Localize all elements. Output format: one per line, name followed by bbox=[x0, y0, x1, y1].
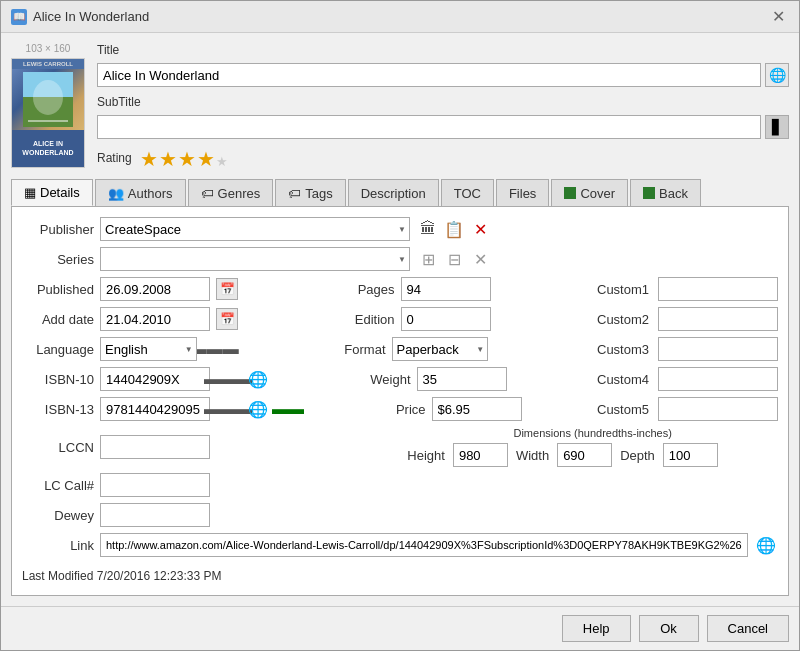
language-select[interactable]: English bbox=[100, 337, 197, 361]
ok-button[interactable]: Ok bbox=[639, 615, 699, 642]
book-cover: LEWIS CARROLL ALICE IN WONDERLAND bbox=[11, 58, 85, 168]
genres-icon: 🏷 bbox=[201, 186, 214, 201]
link-globe-button[interactable]: 🌐 bbox=[754, 533, 778, 557]
dewey-input[interactable] bbox=[100, 503, 210, 527]
depth-input[interactable] bbox=[663, 443, 718, 467]
tab-tags[interactable]: 🏷 Tags bbox=[275, 179, 345, 206]
language-row: Language English ▬▬▬ Format Paperback bbox=[22, 337, 778, 361]
language-label: Language bbox=[22, 342, 94, 357]
series-label: Series bbox=[22, 252, 94, 267]
dewey-label: Dewey bbox=[22, 508, 94, 523]
header-fields: Title 🌐 SubTitle ▋ Rating ★★★★★ bbox=[97, 43, 789, 171]
published-label: Published bbox=[22, 282, 94, 297]
adddate-input[interactable] bbox=[100, 307, 210, 331]
isbn10-barcode-button[interactable]: ▬▬▬ bbox=[216, 367, 240, 391]
custom5-label: Custom5 bbox=[597, 402, 652, 417]
pages-input[interactable] bbox=[401, 277, 491, 301]
format-select[interactable]: Paperback bbox=[392, 337, 489, 361]
tab-genres-label: Genres bbox=[218, 186, 261, 201]
rating-label: Rating bbox=[97, 151, 132, 165]
custom1-input[interactable] bbox=[658, 277, 778, 301]
published-input[interactable] bbox=[100, 277, 210, 301]
isbn13-green-button[interactable]: ▬▬ bbox=[276, 397, 300, 421]
last-modified: Last Modified 7/20/2016 12:23:33 PM bbox=[22, 569, 778, 583]
pages-label: Pages bbox=[345, 282, 395, 297]
language-barcode-button[interactable]: ▬▬▬ bbox=[203, 337, 227, 361]
title-input[interactable] bbox=[97, 63, 761, 87]
custom1-label: Custom1 bbox=[597, 282, 652, 297]
height-label: Height bbox=[407, 448, 445, 463]
details-form: Publisher CreateSpace 🏛 📋 ✕ Series bbox=[22, 217, 778, 583]
tab-authors-label: Authors bbox=[128, 186, 173, 201]
cover-title: ALICE IN WONDERLAND bbox=[14, 140, 82, 157]
adddate-calendar-button[interactable]: 📅 bbox=[216, 308, 238, 330]
publisher-delete-button[interactable]: ✕ bbox=[468, 217, 492, 241]
price-input[interactable] bbox=[432, 397, 522, 421]
tabs-bar: ▦ Details 👥 Authors 🏷 Genres 🏷 Tags Desc… bbox=[11, 179, 789, 207]
isbn10-globe-button[interactable]: 🌐 bbox=[246, 367, 270, 391]
tab-genres[interactable]: 🏷 Genres bbox=[188, 179, 274, 206]
isbn13-row: ISBN-13 ▬▬▬ 🌐 ▬▬ Price Custom5 bbox=[22, 397, 778, 421]
publisher-copy-button[interactable]: 📋 bbox=[442, 217, 466, 241]
isbn10-input[interactable] bbox=[100, 367, 210, 391]
tab-content-details: Publisher CreateSpace 🏛 📋 ✕ Series bbox=[11, 207, 789, 596]
dim-inputs-row: Height Width Depth bbox=[407, 443, 718, 467]
custom2-input[interactable] bbox=[658, 307, 778, 331]
tab-authors[interactable]: 👥 Authors bbox=[95, 179, 186, 206]
lccn-row: LCCN Dimensions (hundredths-inches) Heig… bbox=[22, 427, 778, 467]
title-bar-left: 📖 Alice In Wonderland bbox=[11, 9, 149, 25]
width-input[interactable] bbox=[557, 443, 612, 467]
tab-details[interactable]: ▦ Details bbox=[11, 179, 93, 206]
back-green-icon bbox=[643, 187, 655, 199]
published-calendar-button[interactable]: 📅 bbox=[216, 278, 238, 300]
custom5-input[interactable] bbox=[658, 397, 778, 421]
series-icon1-button[interactable]: ⊞ bbox=[416, 247, 440, 271]
link-input[interactable] bbox=[100, 533, 748, 557]
lccall-label: LC Call# bbox=[22, 478, 94, 493]
series-select[interactable] bbox=[100, 247, 410, 271]
custom3-input[interactable] bbox=[658, 337, 778, 361]
publisher-select[interactable]: CreateSpace bbox=[100, 217, 410, 241]
subtitle-input[interactable] bbox=[97, 115, 761, 139]
window-content: 103 × 160 LEWIS CARROLL ALICE IN WONDERL… bbox=[1, 33, 799, 606]
dewey-row: Dewey bbox=[22, 503, 778, 527]
lccall-input[interactable] bbox=[100, 473, 210, 497]
height-input[interactable] bbox=[453, 443, 508, 467]
subtitle-side-button[interactable]: ▋ bbox=[765, 115, 789, 139]
weight-input[interactable] bbox=[417, 367, 507, 391]
adddate-label: Add date bbox=[22, 312, 94, 327]
tab-toc-label: TOC bbox=[454, 186, 481, 201]
isbn10-label: ISBN-10 bbox=[22, 372, 94, 387]
help-button[interactable]: Help bbox=[562, 615, 631, 642]
series-icon2-button[interactable]: ⊟ bbox=[442, 247, 466, 271]
isbn13-input[interactable] bbox=[100, 397, 210, 421]
tab-cover[interactable]: Cover bbox=[551, 179, 628, 206]
publisher-building-button[interactable]: 🏛 bbox=[416, 217, 440, 241]
tab-description[interactable]: Description bbox=[348, 179, 439, 206]
link-row: Link 🌐 bbox=[22, 533, 778, 557]
custom4-input[interactable] bbox=[658, 367, 778, 391]
series-icon3-button[interactable]: ✕ bbox=[468, 247, 492, 271]
edition-label: Edition bbox=[345, 312, 395, 327]
tab-back-label: Back bbox=[659, 186, 688, 201]
custom4-label: Custom4 bbox=[597, 372, 652, 387]
isbn13-barcode-button[interactable]: ▬▬▬ bbox=[216, 397, 240, 421]
publisher-row: Publisher CreateSpace 🏛 📋 ✕ bbox=[22, 217, 778, 241]
tab-description-label: Description bbox=[361, 186, 426, 201]
cover-green-icon bbox=[564, 187, 576, 199]
edition-input[interactable] bbox=[401, 307, 491, 331]
details-icon: ▦ bbox=[24, 185, 36, 200]
cancel-button[interactable]: Cancel bbox=[707, 615, 789, 642]
tab-toc[interactable]: TOC bbox=[441, 179, 494, 206]
title-globe-button[interactable]: 🌐 bbox=[765, 63, 789, 87]
lccn-input[interactable] bbox=[100, 435, 210, 459]
isbn13-label: ISBN-13 bbox=[22, 402, 94, 417]
tab-back[interactable]: Back bbox=[630, 179, 701, 206]
close-button[interactable]: ✕ bbox=[768, 7, 789, 26]
isbn13-globe-button[interactable]: 🌐 bbox=[246, 397, 270, 421]
format-label: Format bbox=[336, 342, 386, 357]
cover-author: LEWIS CARROLL bbox=[14, 61, 82, 67]
tab-files[interactable]: Files bbox=[496, 179, 549, 206]
title-bar: 📖 Alice In Wonderland ✕ bbox=[1, 1, 799, 33]
stars[interactable]: ★★★★★ bbox=[140, 147, 229, 171]
